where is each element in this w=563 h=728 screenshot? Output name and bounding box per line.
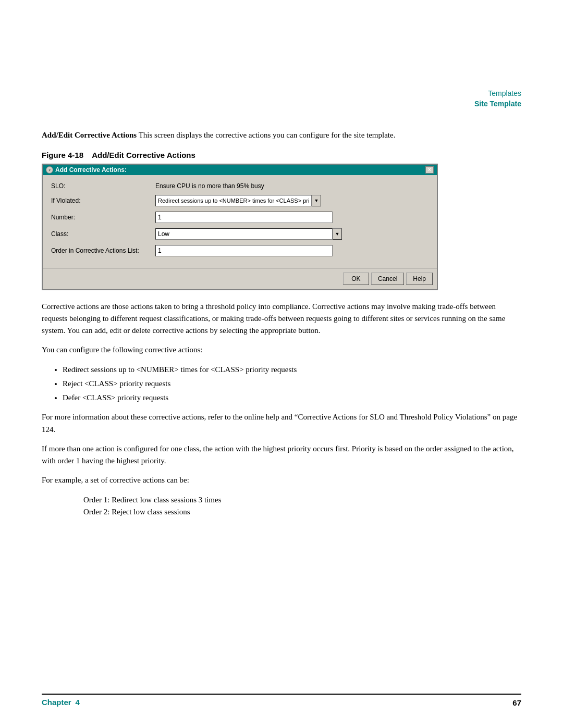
slo-label: SLO: <box>51 182 155 190</box>
dialog-titlebar: ♀ Add Corrective Actions: × <box>43 165 437 175</box>
indented-list: Order 1: Redirect low class sessions 3 t… <box>83 494 521 519</box>
dialog-footer: OK Cancel Help <box>43 268 437 289</box>
dialog-close-button[interactable]: × <box>425 166 434 174</box>
ok-button[interactable]: OK <box>343 273 369 285</box>
dialog-title-text: Add Corrective Actions: <box>55 166 127 174</box>
page-footer: Chapter 4 67 <box>42 694 521 707</box>
slo-value: Ensure CPU is no more than 95% busy <box>155 182 264 190</box>
class-select-input[interactable] <box>155 228 333 240</box>
intro-bold-term: Add/Edit Corrective Actions <box>42 131 137 139</box>
order-item-2: Order 2: Reject low class sessions <box>83 506 521 518</box>
bullet-list: Redirect sessions up to <NUMBER> times f… <box>63 364 521 404</box>
order-item-1: Order 1: Redirect low class sessions 3 t… <box>83 494 521 506</box>
body-para-priority: If more than one action is configured fo… <box>42 443 521 467</box>
order-label: Order in Corrective Actions List: <box>51 247 155 254</box>
dialog-row-violated: If Violated: ▼ <box>51 195 429 206</box>
violated-select-input[interactable] <box>155 195 312 206</box>
footer-chapter-label: Chapter <box>42 698 71 707</box>
violated-dropdown-arrow[interactable]: ▼ <box>312 195 321 206</box>
body-para-1: Corrective actions are those actions tak… <box>42 301 521 337</box>
help-button[interactable]: Help <box>406 273 433 285</box>
body-para-2: You can configure the following correcti… <box>42 344 521 356</box>
order-input[interactable] <box>155 245 333 256</box>
number-input[interactable] <box>155 212 333 223</box>
class-dropdown-arrow[interactable]: ▼ <box>333 228 342 240</box>
bullet-item-2: Reject <CLASS> priority requests <box>63 378 521 390</box>
page-container: Templates Site Template Add/Edit Correct… <box>0 0 563 728</box>
class-select-container: ▼ <box>155 228 342 240</box>
dialog-row-slo: SLO: Ensure CPU is no more than 95% busy <box>51 182 429 190</box>
dialog-body: SLO: Ensure CPU is no more than 95% busy… <box>43 175 437 268</box>
intro-paragraph: Add/Edit Corrective Actions This screen … <box>42 129 521 141</box>
intro-text: This screen displays the corrective acti… <box>137 131 395 139</box>
breadcrumb-templates: Templates <box>474 89 521 99</box>
dialog-titlebar-left: ♀ Add Corrective Actions: <box>46 166 127 174</box>
figure-number: Figure 4-18 <box>42 151 83 159</box>
body-para-more-info: For more information about these correct… <box>42 411 521 436</box>
dialog-row-class: Class: ▼ <box>51 228 429 240</box>
dialog-icon: ♀ <box>46 166 53 174</box>
breadcrumb-site-template: Site Template <box>474 99 521 109</box>
breadcrumb: Templates Site Template <box>474 89 521 109</box>
footer-chapter-num: 4 <box>73 698 80 707</box>
number-label: Number: <box>51 214 155 221</box>
class-label: Class: <box>51 230 155 238</box>
violated-select-container: ▼ <box>155 195 321 206</box>
dialog-row-order: Order in Corrective Actions List: <box>51 245 429 256</box>
body-para-example: For example, a set of corrective actions… <box>42 474 521 486</box>
dialog-row-number: Number: <box>51 212 429 223</box>
figure-label: Figure 4-18 Add/Edit Corrective Actions <box>42 151 521 159</box>
footer-page-number: 67 <box>512 698 521 707</box>
figure-title: Add/Edit Corrective Actions <box>92 151 195 159</box>
bullet-item-3: Defer <CLASS> priority requests <box>63 392 521 404</box>
cancel-button[interactable]: Cancel <box>371 273 404 285</box>
footer-chapter: Chapter 4 <box>42 698 80 707</box>
bullet-item-1: Redirect sessions up to <NUMBER> times f… <box>63 364 521 376</box>
main-content: Add/Edit Corrective Actions This screen … <box>42 129 521 525</box>
violated-label: If Violated: <box>51 197 155 204</box>
dialog-window: ♀ Add Corrective Actions: × SLO: Ensure … <box>42 164 438 290</box>
